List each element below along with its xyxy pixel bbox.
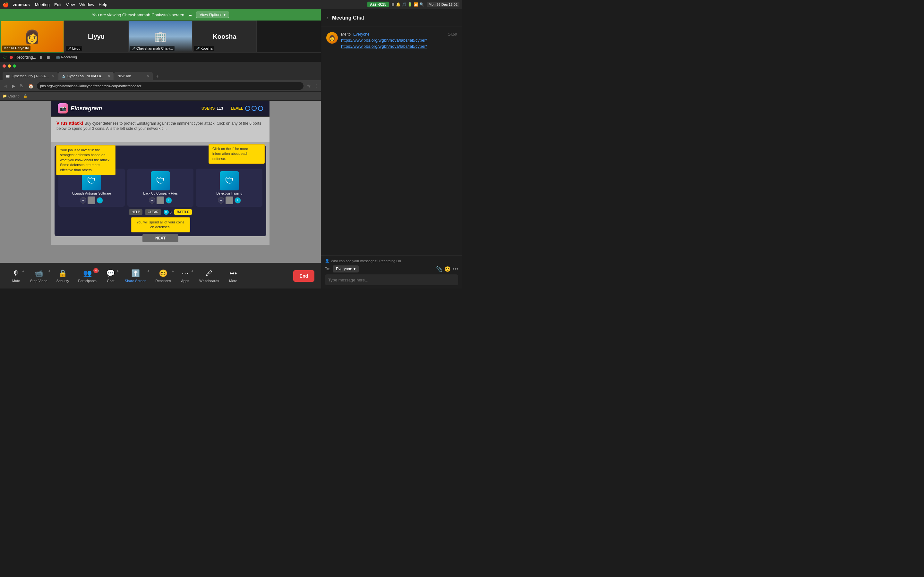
menubar-items: Meeting Edit View Window Help [35,2,367,7]
participant-thumb-3[interactable]: Koosha 🎤 Koosha [192,21,257,53]
share-chevron-icon[interactable]: ▲ [147,269,150,272]
whiteboards-icon: 🖊 [206,269,213,277]
game-screen-inner: 📷 Einstagram USERS 113 LEVEL [51,101,270,245]
recording-pause-button[interactable]: ⏸ [39,55,43,60]
video-chevron-icon[interactable]: ▲ [48,269,51,272]
defense-card-controls-2: − + [149,197,172,204]
app-name[interactable]: zoom.us [13,2,30,7]
tooltip-spend-coins: You will spend all of your coins on defe… [131,218,190,232]
recording-stop-button[interactable]: ⏹ [46,55,50,60]
menu-edit[interactable]: Edit [54,2,61,7]
tab-close-2[interactable]: ✕ [147,74,150,78]
chat-button[interactable]: 💬 Chat ▲ [101,267,120,285]
chat-emoji-button[interactable]: 😊 [444,266,451,272]
main-container: You are viewing Cheyshammah Chalysta's s… [0,9,462,288]
minimize-window-button[interactable] [8,64,11,68]
view-options-button[interactable]: View Options ▾ [196,11,229,18]
home-button[interactable]: 🏠 [27,83,35,89]
participants-icon: 👥 [83,269,92,277]
bookmark-icon-0: 🔒 [23,94,27,98]
participant-thumb-2[interactable]: 🏢 🎤 Cheyshammah Chaly... [128,21,192,53]
zoom-timer: Asr -0:15 [367,2,389,7]
chat-link-1[interactable]: https://www.pbs.org/wgbh/nova/labs/lab/c… [341,44,457,49]
menubar-right: Asr -0:15 ⊞ 🔔 🎵 🔋 📶 🔍 Mon 26 Dec 15.02 [367,2,459,7]
chat-panel: ‹ Meeting Chat 👩 Me to Everyone 14.59 ht… [321,9,462,288]
chat-collapse-button[interactable]: ‹ [326,15,328,21]
chat-icon: 💬 [106,269,115,277]
chat-chevron-icon[interactable]: ▲ [116,269,119,272]
tab-close-1[interactable]: ✕ [108,74,110,78]
mute-chevron-icon[interactable]: ▲ [22,269,24,272]
participants-chevron-icon[interactable]: ▲ [97,269,100,272]
browser-tab-1[interactable]: 🔬 Cyber Lab | NOVA Labs | PBS ✕ [58,72,113,80]
menu-window[interactable]: Window [79,2,94,7]
participant-thumb-0[interactable]: 👩 Marisa Paryasto [0,21,64,53]
chat-more-button[interactable]: ••• [453,266,458,272]
chat-avatar-0: 👩 [326,32,338,44]
chat-to-button[interactable]: Everyone ▾ [333,266,359,272]
help-button[interactable]: HELP [129,210,142,215]
reactions-button[interactable]: 😊 Reactions ▲ [151,267,176,285]
chat-input[interactable] [328,277,455,282]
menu-view[interactable]: View [66,2,75,7]
level-circle-3 [258,106,263,111]
participants-label: Participants [78,279,96,283]
defense-minus-2[interactable]: − [149,197,155,203]
back-button[interactable]: ◀ [3,83,9,89]
reactions-chevron-icon[interactable]: ▲ [172,269,174,272]
browser-tab-0[interactable]: 📰 Cybersecurity | NOVA Labs | PBS ✕ [3,72,58,80]
next-button[interactable]: NEXT [142,234,178,242]
chat-link-0[interactable]: https://www.pbs.org/wgbh/nova/labs/lab/c… [341,38,457,43]
share-notification-bar: You are viewing Cheyshammah Chalysta's s… [0,9,321,21]
more-label: More [229,279,237,283]
security-label: Security [57,279,69,283]
defense-card-detection[interactable]: 🛡 Detection Training − + [196,169,262,207]
chat-header: ‹ Meeting Chat [321,9,462,27]
tab-close-0[interactable]: ✕ [52,74,55,78]
whiteboards-label: Whiteboards [199,279,219,283]
security-button[interactable]: 🔒 Security [52,267,74,285]
recording-text: Recording... [15,55,36,60]
share-screen-button[interactable]: ⬆️ Share Screen ▲ [120,267,151,285]
tooltip-invest: Your job is to invest in the strongest d… [56,145,115,175]
mute-button[interactable]: 🎙 Mute ▲ [6,267,26,285]
more-button[interactable]: ••• More [224,267,243,285]
apple-menu[interactable]: 🍎 [3,2,9,8]
bookmark-button[interactable]: ☆ [305,83,312,89]
defense-card-backup[interactable]: 🛡 Back Up Company Files − + [128,169,194,207]
defense-plus-2[interactable]: + [166,197,172,203]
participants-row: 👩 Marisa Paryasto Liyyu 🎤 Liyyu 🏢 [0,21,321,53]
defense-minus-3[interactable]: − [218,197,224,203]
chat-to-label: To: [325,267,330,271]
defense-minus-1[interactable]: − [80,197,86,203]
whiteboards-button[interactable]: 🖊 Whiteboards [195,267,224,285]
participant-name-0: Marisa Paryasto [2,45,31,51]
url-bar[interactable]: pbs.org/wgbh/nova/labs//lab/cyber/resear… [37,82,304,90]
menu-meeting[interactable]: Meeting [35,2,50,7]
defense-plus-3[interactable]: + [234,197,241,203]
forward-button[interactable]: ▶ [11,83,17,89]
browser-tab-2[interactable]: New Tab ✕ [114,72,153,80]
stop-video-label: Stop Video [30,279,47,283]
chat-attach-button[interactable]: 📎 [436,266,443,272]
end-meeting-button[interactable]: End [293,270,314,282]
participant-thumb-1[interactable]: Liyyu 🎤 Liyyu [64,21,128,53]
participants-button[interactable]: 👥 Participants 4 ▲ [73,267,101,285]
mute-label: Mute [12,279,20,283]
defense-plus-1[interactable]: + [97,197,103,203]
bookmark-coding[interactable]: 📁 Coding [3,94,19,98]
stop-video-button[interactable]: 📹 Stop Video ▲ [26,267,52,285]
battle-button[interactable]: BATTLE [174,210,192,215]
coin-icon: ✕ [164,210,169,215]
extensions-area[interactable]: ⋮ [314,83,318,88]
apps-button[interactable]: ⋯ Apps ▲ [176,267,195,285]
chat-messages-area: 👩 Me to Everyone 14.59 https://www.pbs.o… [321,27,462,255]
close-window-button[interactable] [3,64,6,68]
new-tab-button[interactable]: + [153,73,161,80]
refresh-button[interactable]: ↻ [19,83,25,89]
menu-help[interactable]: Help [99,2,107,7]
participant-name-1: 🎤 Liyyu [66,46,82,51]
clear-button[interactable]: CLEAR [145,210,161,215]
apps-chevron-icon[interactable]: ▲ [191,269,194,272]
maximize-window-button[interactable] [13,64,16,68]
